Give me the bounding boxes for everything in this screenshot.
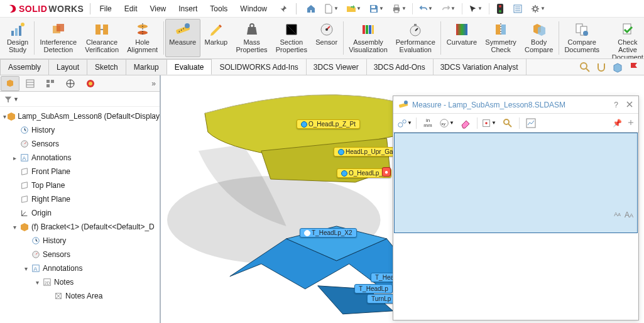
sensor-button[interactable]: Sensor [312, 19, 342, 57]
tree-bracket[interactable]: ▾(f) Bracket<1> (Default<<Default>_D [0, 220, 160, 234]
close-icon[interactable] [626, 101, 633, 109]
traffic-light-icon[interactable] [492, 2, 508, 16]
tab-assembly[interactable]: Assembly [0, 59, 49, 75]
menu-window[interactable]: Window [234, 2, 273, 16]
tree-bracket-annotations[interactable]: ▾AAnnotations [0, 261, 160, 275]
probe-icon[interactable] [500, 116, 515, 131]
pin-icon[interactable]: 📌 [613, 119, 622, 128]
tree-root[interactable]: ▾Lamp_SubAsm_Lesson8 (Default<Display [0, 109, 160, 123]
tab-markup[interactable]: Markup [126, 59, 167, 75]
home-icon[interactable] [303, 2, 319, 16]
feature-tree-tab-icon[interactable] [1, 76, 19, 91]
mass-properties-button[interactable]: Mass Properties [232, 19, 271, 57]
hole-alignment-button[interactable]: Hole Alignment [123, 19, 162, 57]
tree-right-plane[interactable]: Right Plane [0, 192, 160, 206]
tree-bracket-sensors[interactable]: Sensors [0, 248, 160, 261]
tab-layout[interactable]: Layout [48, 59, 87, 75]
font-smaller-icon[interactable]: AA [614, 211, 621, 219]
measure-window[interactable]: Measure - Lamp_SubAsm_Lesson8.SLDASM ? ▼… [393, 96, 639, 320]
notes-area-icon [53, 290, 64, 302]
search-zoom-icon[interactable] [579, 61, 591, 74]
callout-turnlp[interactable]: TurnLp [367, 294, 395, 304]
help-icon[interactable]: ? [614, 101, 618, 109]
appearance-tab-icon[interactable] [81, 76, 100, 91]
new-icon[interactable]: ▼ [320, 2, 342, 16]
point-icon[interactable]: ▼ [481, 116, 496, 131]
perf-eval-button[interactable]: Performance Evaluation [391, 19, 439, 57]
tree-notes[interactable]: ▾2DNotes [0, 275, 160, 289]
arc-mode-icon[interactable]: ▼ [397, 116, 412, 131]
tree-annotations[interactable]: ▸AAnnotations [0, 151, 160, 165]
cube-view-icon[interactable] [611, 61, 624, 74]
svg-text:A: A [23, 155, 26, 162]
undo-icon[interactable]: ▼ [415, 2, 437, 16]
open-icon[interactable]: ▼ [343, 2, 364, 16]
settings-gear-icon[interactable]: ▼ [527, 2, 548, 16]
svg-text:2D: 2D [45, 281, 50, 285]
measure-button[interactable]: Measure [165, 19, 200, 57]
xyz-icon[interactable]: xy▼ [439, 116, 454, 131]
callout-headlp-z[interactable]: O_HeadLp_Z_Pt [297, 119, 360, 129]
property-tab-icon[interactable] [21, 76, 40, 91]
check-doc-button[interactable]: Check Active Document [604, 19, 644, 57]
menu-view[interactable]: View [143, 2, 172, 16]
tab-3dcs-addons[interactable]: 3DCS Add-Ons [366, 59, 434, 75]
filter-row[interactable]: ▼ [0, 92, 160, 107]
measure-selection-area[interactable] [394, 133, 638, 233]
measure-titlebar[interactable]: Measure - Lamp_SubAsm_Lesson8.SLDASM ? [393, 96, 638, 114]
magnet-icon[interactable] [595, 61, 608, 74]
measure-icon [175, 22, 190, 37]
menu-insert[interactable]: Insert [172, 2, 204, 16]
dim-tab-icon[interactable] [61, 76, 80, 91]
tree-notes-area[interactable]: Notes Area [0, 289, 160, 303]
curvature-button[interactable]: Curvature [442, 19, 481, 57]
menu-pin-icon[interactable] [273, 3, 293, 15]
tree-top-plane[interactable]: Top Plane [0, 178, 160, 192]
compare-docs-icon [574, 22, 589, 37]
callout-t-headlp[interactable]: T_HeadLp [354, 284, 393, 293]
menu-bar: SOLIDWORKS File Edit View Insert Tools W… [0, 0, 644, 18]
tree-sensors[interactable]: Sensors [0, 137, 160, 151]
menu-edit[interactable]: Edit [118, 2, 144, 16]
expand-icon[interactable] [627, 119, 635, 128]
callout-red-marker[interactable]: ● [382, 167, 391, 177]
tab-sketch[interactable]: Sketch [87, 59, 126, 75]
assembly-vis-button[interactable]: Assembly Visualization [345, 19, 392, 57]
markup-button[interactable]: Markup [200, 19, 232, 57]
units-icon[interactable]: inmm [420, 116, 435, 131]
section-properties-button[interactable]: Section Properties [271, 19, 311, 57]
print-icon[interactable]: ▼ [388, 2, 410, 16]
redo-icon[interactable]: ▼ [438, 2, 459, 16]
eraser-icon[interactable] [458, 116, 473, 131]
options-list-icon[interactable] [510, 2, 526, 16]
tree-origin[interactable]: Origin [0, 206, 160, 220]
select-icon[interactable]: ▼ [465, 2, 486, 16]
design-study-button[interactable]: Design Study [3, 19, 33, 57]
ds-logo-icon [6, 3, 18, 14]
tab-3dcs-viewer[interactable]: 3DCS Viewer [306, 59, 367, 75]
tab-3dcs-analyst[interactable]: 3DCS Variation Analyst [433, 59, 527, 75]
menu-file[interactable]: File [93, 2, 117, 16]
symmetry-button[interactable]: Symmetry Check [481, 19, 521, 57]
svg-rect-4 [395, 10, 398, 13]
interference-button[interactable]: Interference Detection [36, 19, 81, 57]
tree-history[interactable]: History [0, 123, 160, 137]
body-compare-button[interactable]: Body Compare [520, 19, 557, 57]
config-tab-icon[interactable] [41, 76, 60, 91]
tab-evaluate[interactable]: Evaluate [166, 59, 212, 75]
menu-tools[interactable]: Tools [204, 2, 234, 16]
flag-icon[interactable] [628, 61, 640, 74]
save-icon[interactable]: ▼ [366, 2, 387, 16]
font-larger-icon[interactable]: AA [625, 211, 633, 219]
tree-bracket-history[interactable]: History [0, 234, 160, 248]
chart-icon[interactable] [523, 116, 538, 131]
svg-rect-10 [11, 31, 14, 36]
tree-front-plane[interactable]: Front Plane [0, 165, 160, 178]
tab-addins[interactable]: SOLIDWORKS Add-Ins [211, 59, 306, 75]
callout-upr-gap[interactable]: HeadLp_Upr_Gap [334, 147, 401, 156]
clearance-button[interactable]: Clearance Verification [81, 19, 123, 57]
compare-docs-button[interactable]: Compare Documents [560, 19, 604, 57]
side-panel-dropdown-icon[interactable]: » [148, 79, 160, 88]
callout-t-headlp-x2[interactable]: T_HeadLp_X2 [300, 228, 357, 238]
funnel-icon [4, 95, 13, 104]
